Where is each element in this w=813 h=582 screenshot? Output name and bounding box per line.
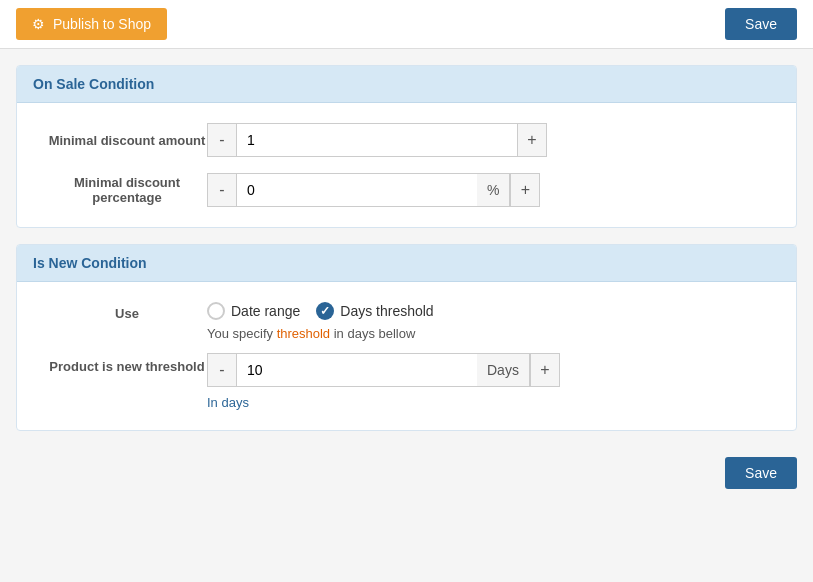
threshold-input[interactable] xyxy=(237,353,477,387)
minus-threshold-button[interactable]: - xyxy=(207,353,237,387)
days-unit-label: Days xyxy=(477,353,530,387)
minimal-discount-amount-label: Minimal discount amount xyxy=(47,133,207,148)
product-threshold-label: Product is new threshold xyxy=(47,353,207,374)
percentage-unit-label: % xyxy=(477,173,510,207)
save-button-top[interactable]: Save xyxy=(725,8,797,40)
minimal-discount-amount-row: Minimal discount amount - + xyxy=(47,123,766,157)
top-toolbar: ⚙ Publish to Shop Save xyxy=(0,0,813,49)
threshold-controls: - Days + xyxy=(207,353,560,387)
days-threshold-radio[interactable] xyxy=(316,302,334,320)
is-new-condition-header: Is New Condition xyxy=(17,245,796,282)
use-label: Use xyxy=(47,302,207,321)
publish-to-shop-button[interactable]: ⚙ Publish to Shop xyxy=(16,8,167,40)
radio-options: Date range Days threshold xyxy=(207,302,434,320)
days-threshold-option[interactable]: Days threshold xyxy=(316,302,433,320)
product-threshold-row: Product is new threshold - Days + In day… xyxy=(47,353,766,410)
days-threshold-label: Days threshold xyxy=(340,303,433,319)
gear-icon: ⚙ xyxy=(32,16,45,32)
is-new-condition-panel: Is New Condition Use Date range xyxy=(16,244,797,431)
date-range-label: Date range xyxy=(231,303,300,319)
is-new-condition-body: Use Date range Days threshold xyxy=(17,282,796,430)
minus-discount-percentage-button[interactable]: - xyxy=(207,173,237,207)
plus-discount-amount-button[interactable]: + xyxy=(517,123,547,157)
discount-percentage-input[interactable] xyxy=(237,173,477,207)
minimal-discount-percentage-row: Minimal discount percentage - % + xyxy=(47,173,766,207)
threshold-input-group: - Days + In days xyxy=(207,353,560,410)
date-range-option[interactable]: Date range xyxy=(207,302,300,320)
on-sale-condition-header: On Sale Condition xyxy=(17,66,796,103)
hint-text: You specify threshold in days bellow xyxy=(207,326,434,341)
hint-highlight: threshold xyxy=(277,326,330,341)
save-button-bottom[interactable]: Save xyxy=(725,457,797,489)
minus-discount-amount-button[interactable]: - xyxy=(207,123,237,157)
minimal-discount-percentage-label: Minimal discount percentage xyxy=(47,175,207,205)
main-content: On Sale Condition Minimal discount amoun… xyxy=(0,49,813,447)
plus-discount-percentage-button[interactable]: + xyxy=(510,173,540,207)
use-row: Use Date range Days threshold xyxy=(47,302,766,341)
in-days-label: In days xyxy=(207,395,560,410)
bottom-bar: Save xyxy=(0,447,813,499)
options-group: Date range Days threshold You specify th… xyxy=(207,302,434,341)
publish-label: Publish to Shop xyxy=(53,16,151,32)
plus-threshold-button[interactable]: + xyxy=(530,353,560,387)
minimal-discount-amount-input-group: - + xyxy=(207,123,547,157)
minimal-discount-percentage-input-group: - % + xyxy=(207,173,540,207)
date-range-radio[interactable] xyxy=(207,302,225,320)
discount-amount-input[interactable] xyxy=(237,123,517,157)
on-sale-condition-panel: On Sale Condition Minimal discount amoun… xyxy=(16,65,797,228)
on-sale-condition-body: Minimal discount amount - + Minimal disc… xyxy=(17,103,796,227)
